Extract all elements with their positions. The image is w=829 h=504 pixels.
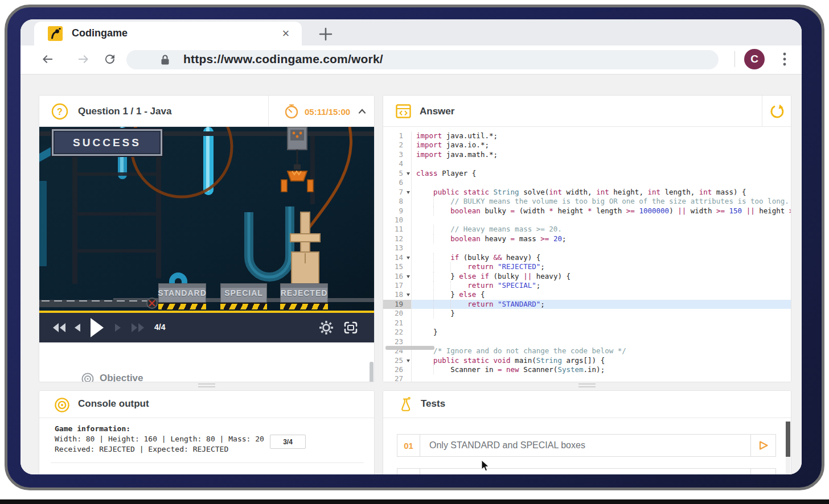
frame-counter: 4/4 xyxy=(154,323,165,332)
play-icon[interactable] xyxy=(89,317,104,338)
test-number: 01 xyxy=(397,435,420,456)
line-number[interactable]: 12 xyxy=(383,234,412,243)
profile-avatar[interactable]: C xyxy=(744,49,765,69)
question-panel: ? Question 1 / 1 - Java 05:11/15:00 xyxy=(39,95,375,382)
tests-scrollbar-thumb[interactable] xyxy=(786,422,790,457)
code-line[interactable]: 26 Scanner in = new Scanner(System.in); xyxy=(383,365,791,374)
question-title: Question 1 / 1 - Java xyxy=(78,106,171,117)
panel-resize-handle[interactable] xyxy=(198,383,215,388)
code-line[interactable]: 13 xyxy=(383,243,791,253)
code-line[interactable]: 20 } xyxy=(383,309,791,318)
fold-arrow-icon[interactable] xyxy=(407,257,410,259)
panel-resize-handle[interactable] xyxy=(578,383,596,388)
reset-code-icon[interactable] xyxy=(769,104,785,119)
code-line[interactable]: 14 if (bulky && heavy) { xyxy=(383,253,791,262)
line-number[interactable]: 13 xyxy=(383,243,412,253)
line-number[interactable]: 11 xyxy=(383,225,412,234)
prev-frame-icon[interactable] xyxy=(73,320,81,335)
code-line[interactable]: 16 } else if (bulky || heavy) { xyxy=(383,272,791,281)
editor-hscroll-thumb[interactable] xyxy=(385,346,434,350)
code-editor[interactable]: 1import java.util.*;2import java.io.*;3i… xyxy=(383,127,791,382)
line-number[interactable]: 1 xyxy=(383,131,412,141)
line-number[interactable]: 3 xyxy=(383,150,412,159)
fast-forward-icon[interactable] xyxy=(130,320,145,335)
console-line-2: Width: 80 | Height: 160 | Length: 80 | M… xyxy=(55,434,264,444)
tab-codingame[interactable]: Codingame × xyxy=(34,22,302,46)
code-line[interactable]: 21 xyxy=(383,319,791,328)
menu-kebab-icon[interactable] xyxy=(781,51,789,67)
code-line[interactable]: 6 xyxy=(383,178,791,187)
line-number[interactable]: 6 xyxy=(383,178,412,187)
tests-title: Tests xyxy=(421,398,445,410)
line-number[interactable]: 8 xyxy=(383,197,412,206)
code-line[interactable]: 2import java.io.*; xyxy=(383,141,791,150)
line-number[interactable]: 22 xyxy=(383,328,412,337)
line-number[interactable]: 20 xyxy=(383,309,412,318)
code-line[interactable]: 4 xyxy=(383,159,791,168)
line-number[interactable]: 18 xyxy=(383,290,412,299)
next-frame-icon[interactable] xyxy=(114,320,122,335)
line-number[interactable]: 10 xyxy=(383,216,412,225)
code-line[interactable]: 5class Player { xyxy=(383,169,791,178)
code-line[interactable]: 22 } xyxy=(383,328,791,337)
line-number[interactable]: 19 xyxy=(383,300,412,309)
code-line[interactable]: 23 xyxy=(383,337,791,346)
reload-icon[interactable] xyxy=(103,52,117,66)
skip-back-icon[interactable] xyxy=(52,320,67,335)
line-number[interactable]: 16 xyxy=(383,272,412,281)
line-number[interactable]: 15 xyxy=(383,262,412,271)
run-test-button[interactable] xyxy=(750,469,775,474)
code-line[interactable]: 1import java.util.*; xyxy=(383,131,791,141)
back-icon[interactable] xyxy=(40,52,54,66)
line-number[interactable]: 25 xyxy=(383,356,412,365)
question-header: ? Question 1 / 1 - Java 05:11/15:00 xyxy=(39,96,374,127)
line-number[interactable]: 4 xyxy=(383,159,412,168)
url-text[interactable]: https://www.codingame.com/work/ xyxy=(183,52,383,66)
line-number[interactable]: 26 xyxy=(383,365,412,374)
toolbar-separator xyxy=(734,51,735,67)
line-number[interactable]: 2 xyxy=(383,141,412,150)
test-row-partial[interactable] xyxy=(397,468,776,474)
line-number[interactable]: 5 xyxy=(383,169,412,178)
console-panel: Console output Game information: Width: … xyxy=(39,390,375,474)
timer-collapse-caret-icon[interactable] xyxy=(358,109,366,114)
fullscreen-icon[interactable] xyxy=(343,321,358,334)
test-row[interactable]: 01Only STANDARD and SPECIAL boxes xyxy=(397,434,776,457)
line-number[interactable]: 27 xyxy=(383,374,412,382)
console-eye-icon xyxy=(54,397,70,413)
code-line[interactable]: 24 /* Ignore and do not change the code … xyxy=(383,346,791,356)
line-number[interactable]: 7 xyxy=(383,188,412,197)
console-output-text: Game information: Width: 80 | Height: 16… xyxy=(55,424,264,455)
forward-icon[interactable] xyxy=(77,52,91,66)
hazard-stripe xyxy=(220,303,267,309)
line-number[interactable]: 9 xyxy=(383,206,412,216)
code-line[interactable]: 11 // Heavy means mass >= 20. xyxy=(383,225,791,234)
fold-arrow-icon[interactable] xyxy=(407,360,410,362)
line-number[interactable]: 17 xyxy=(383,281,412,290)
code-line[interactable]: 9 boolean bulky = (width * height * leng… xyxy=(383,206,791,216)
code-line[interactable]: 3import java.math.*; xyxy=(383,150,791,159)
code-line[interactable]: 19 return "STANDARD"; xyxy=(383,300,791,309)
line-number[interactable]: 23 xyxy=(383,337,412,346)
fold-arrow-icon[interactable] xyxy=(407,191,410,194)
code-line[interactable]: 10 xyxy=(383,216,791,225)
settings-gear-icon[interactable] xyxy=(318,320,334,336)
line-number[interactable]: 21 xyxy=(383,319,412,328)
code-line[interactable]: 18 } else { xyxy=(383,290,791,299)
tab-close-icon[interactable]: × xyxy=(278,26,294,42)
fold-arrow-icon[interactable] xyxy=(407,275,410,278)
code-line[interactable]: 17 return "SPECIAL"; xyxy=(383,281,791,290)
code-line[interactable]: 27 xyxy=(383,374,791,382)
new-tab-icon[interactable] xyxy=(317,25,335,43)
game-viewer[interactable]: SUCCESS STANDARD SPECIAL REJECTED xyxy=(39,127,374,311)
question-scrollbar-thumb[interactable] xyxy=(370,362,374,382)
code-line[interactable]: 25 public static void main(String args[]… xyxy=(383,356,791,365)
line-number[interactable]: 14 xyxy=(383,253,412,262)
code-line[interactable]: 8 // BULKY means the volume is too big O… xyxy=(383,197,791,206)
fold-arrow-icon[interactable] xyxy=(407,172,410,175)
fold-arrow-icon[interactable] xyxy=(407,294,410,296)
code-line[interactable]: 12 boolean heavy = mass >= 20; xyxy=(383,234,791,243)
run-test-button[interactable] xyxy=(750,435,775,456)
code-line[interactable]: 7 public static String solve(int width, … xyxy=(383,188,791,197)
code-line[interactable]: 15 return "REJECTED"; xyxy=(383,262,791,271)
